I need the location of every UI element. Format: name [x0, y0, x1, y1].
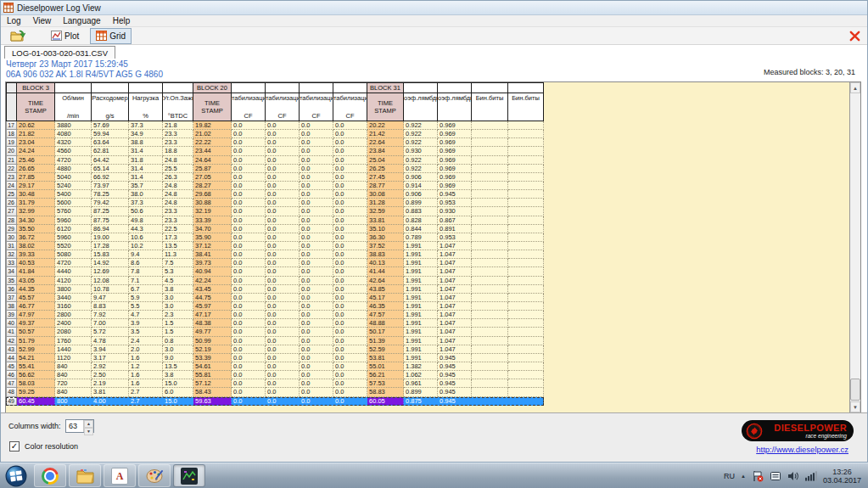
cell: 2.7 [129, 397, 163, 406]
table-row[interactable]: 2935.50612086.9444.322.534.700.00.00.00.… [6, 225, 544, 233]
cell: 3440 [55, 294, 92, 302]
taskbar-logview-button[interactable] [173, 464, 205, 487]
column-header[interactable]: табилизациCF [300, 93, 333, 121]
scroll-up-arrow[interactable]: ▲ [850, 82, 860, 93]
language-indicator[interactable]: RU [724, 472, 735, 480]
table-row[interactable]: 3745.5734409.475.93.044.750.00.00.00.045… [6, 294, 544, 302]
volume-icon[interactable] [787, 470, 799, 482]
cell: 3.8 [163, 371, 193, 379]
cell: 1.047 [438, 345, 472, 354]
menu-item-language[interactable]: Language [57, 16, 107, 25]
column-header[interactable]: оэф.лямбды [438, 93, 472, 121]
menu-item-view[interactable]: View [27, 16, 58, 25]
table-row[interactable]: 3644.35380010.786.73.843.450.00.00.00.04… [6, 285, 544, 294]
column-header[interactable]: Бин.биты [508, 93, 544, 121]
columns-width-spinner[interactable]: 63 ▲ ▼ [65, 419, 94, 433]
table-row[interactable]: 2125.46472064.4231.824.824.640.00.00.00.… [6, 156, 544, 165]
taskbar-paint-button[interactable] [138, 464, 171, 487]
table-row[interactable]: 4049.3724007.003.91.548.380.00.00.00.048… [6, 319, 544, 328]
taskbar-text-app-button[interactable]: A [104, 464, 136, 487]
table-row[interactable]: 3138.02552017.2810.213.537.120.00.00.00.… [6, 242, 544, 250]
windows-update-icon[interactable] [770, 470, 781, 482]
column-header[interactable]: оэф.лямбды [404, 93, 438, 121]
table-row[interactable]: 4859.258403.812.76.058.430.00.00.00.058.… [6, 388, 544, 396]
table-row[interactable]: 2226.65488065.1431.425.525.870.00.00.00.… [6, 165, 544, 173]
table-row[interactable]: 1821.82408059.9434.923.321.020.00.00.00.… [6, 130, 544, 138]
table-row[interactable]: 3441.84444012.697.85.340.940.00.00.00.04… [6, 267, 544, 276]
table-row[interactable]: 4251.7917604.782.40.850.990.00.00.00.051… [6, 337, 544, 345]
table-row[interactable]: 4150.5720805.723.51.549.770.00.00.00.050… [6, 328, 544, 336]
cell: 54.61 [193, 362, 232, 371]
table-row[interactable]: 2530.48540078.2538.024.829.680.00.00.00.… [6, 190, 544, 199]
vertical-scrollbar[interactable]: ▲ ▼ [849, 82, 860, 412]
column-header[interactable]: Бин.биты [472, 93, 508, 121]
action-center-icon[interactable] [752, 470, 764, 482]
table-row[interactable]: 4960.458004.002.715.059.630.00.00.00.060… [6, 397, 544, 406]
column-header[interactable]: Об/мин/min [55, 93, 92, 121]
table-row[interactable]: 2631.79560079.4237.324.830.880.00.00.00.… [6, 199, 544, 207]
column-header[interactable]: Расходомерg/s [92, 93, 129, 121]
cell [508, 138, 544, 147]
tray-expand-icon[interactable]: ▲ [741, 474, 746, 479]
cell: 0.914 [404, 182, 438, 190]
open-file-button[interactable] [4, 28, 31, 44]
tab-log-file[interactable]: LOG-01-003-020-031.CSV [4, 46, 115, 59]
column-header[interactable]: Нагрузка% [129, 93, 163, 121]
cell [472, 173, 508, 182]
row-number: 29 [6, 225, 17, 233]
table-row[interactable]: 3947.9728007.924.72.347.170.00.00.00.047… [6, 311, 544, 319]
column-header[interactable]: Уг.Оп.Зажиг°BTDC [163, 93, 193, 121]
menu-item-log[interactable]: Log [1, 16, 27, 25]
table-row[interactable]: 3846.7731608.835.53.045.970.00.00.00.046… [6, 302, 544, 311]
dieselpower-link[interactable]: http://www.dieselpower.cz [756, 445, 848, 454]
tab-label: LOG-01-003-020-031.CSV [12, 48, 108, 58]
table-row[interactable]: 2024.24456062.8131.418.823.440.00.00.00.… [6, 147, 544, 155]
spinner-down-button[interactable]: ▼ [84, 428, 93, 435]
table-row[interactable]: 2327.85504066.9231.426.327.050.00.00.00.… [6, 173, 544, 182]
table-row[interactable]: 3239.33508015.839.411.338.410.00.00.00.0… [6, 250, 544, 259]
cell: 0.0 [333, 173, 367, 182]
taskbar-chrome-button[interactable] [34, 464, 66, 487]
taskbar-explorer-button[interactable] [69, 464, 101, 487]
network-icon[interactable] [805, 470, 817, 482]
column-header[interactable]: TIME STAMP [193, 93, 232, 121]
table-row[interactable]: 2429.17524073.9735.724.828.270.00.00.00.… [6, 182, 544, 190]
cell: 0.969 [438, 121, 472, 130]
table-row[interactable]: 3543.05412012.087.14.542.240.00.00.00.04… [6, 277, 544, 285]
cell [508, 242, 544, 250]
title-bar[interactable]: Dieselpower Log View [1, 1, 867, 15]
cell: 3.0 [163, 302, 193, 311]
table-row[interactable]: 4656.628402.501.63.855.810.00.00.00.056.… [6, 371, 544, 379]
table-row[interactable]: 1720.62388057.6937.321.819.820.00.00.00.… [6, 121, 544, 130]
cell: 1.047 [438, 277, 472, 285]
cell: 0.0 [266, 354, 300, 362]
column-header[interactable]: табилизациCF [333, 93, 367, 121]
grid-button[interactable]: Grid [90, 28, 132, 44]
table-row[interactable]: 2732.99576087.2550.623.332.190.00.00.00.… [6, 207, 544, 216]
plot-button[interactable]: Plot [45, 28, 85, 44]
scrollbar-thumb[interactable] [850, 379, 860, 401]
cell: 50.6 [129, 207, 163, 216]
table-row[interactable]: 4758.037202.191.615.057.120.00.00.00.057… [6, 379, 544, 388]
menu-item-help[interactable]: Help [107, 16, 137, 25]
table-row[interactable]: 4454.2111203.171.69.053.390.00.00.00.053… [6, 354, 544, 362]
table-row[interactable]: 4352.9914403.942.03.052.190.00.00.00.052… [6, 345, 544, 354]
logview-app-icon [181, 468, 198, 485]
taskbar-clock[interactable]: 13:26 03.04.2017 [823, 468, 861, 485]
table-row[interactable]: 2834.30596087.7549.823.333.390.00.00.00.… [6, 216, 544, 225]
start-button[interactable] [5, 465, 27, 487]
spinner-up-button[interactable]: ▲ [84, 420, 93, 428]
table-row[interactable]: 3340.53472014.928.67.539.730.00.00.00.04… [6, 259, 544, 267]
table-row[interactable]: 3036.72596019.0010.617.335.900.00.00.00.… [6, 233, 544, 242]
scroll-down-arrow[interactable]: ▼ [850, 401, 860, 412]
table-row[interactable]: 4555.418402.921.213.554.610.00.00.00.055… [6, 362, 544, 371]
column-header[interactable]: TIME STAMP [367, 93, 404, 121]
column-header[interactable]: TIME STAMP [17, 93, 55, 121]
color-resolution-checkbox[interactable]: ✓ [9, 441, 20, 452]
table-row[interactable]: 1923.04432063.6438.823.322.220.00.00.00.… [6, 138, 544, 147]
close-log-button[interactable] [847, 29, 862, 43]
columns-width-value[interactable]: 63 [66, 420, 83, 432]
column-header[interactable]: табилизациCF [266, 93, 300, 121]
column-header[interactable]: табилизациCF [232, 93, 266, 121]
cell: 1.991 [404, 328, 438, 336]
